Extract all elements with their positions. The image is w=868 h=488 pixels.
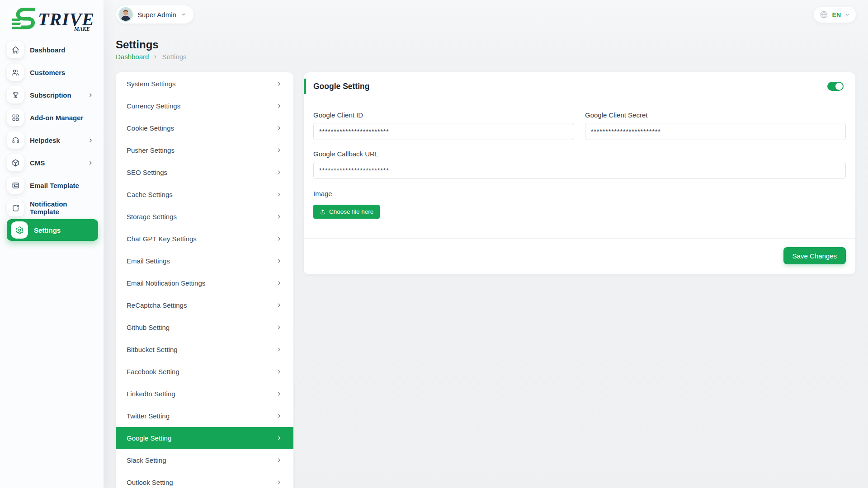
settings-nav-card: System Settings Currency Settings Cookie… [116, 72, 293, 488]
settings-nav-item-chat-gpt-key-settings[interactable]: Chat GPT Key Settings [116, 228, 293, 250]
breadcrumb-current: Settings [162, 53, 186, 61]
chevron-right-icon [88, 137, 94, 143]
google-callback-url-input[interactable] [313, 162, 846, 179]
sidebar-item-label: Customers [30, 69, 94, 76]
chevron-right-icon [276, 324, 282, 330]
chevron-right-icon [276, 258, 282, 264]
chevron-right-icon [276, 457, 282, 463]
settings-nav-item-linkedin-setting[interactable]: LinkedIn Setting [116, 383, 293, 405]
settings-nav-item-outlook-setting[interactable]: Outlook Setting [116, 471, 293, 488]
settings-nav-item-cache-settings[interactable]: Cache Settings [116, 183, 293, 206]
globe-icon [820, 10, 828, 19]
panel-body: Google Client ID Google Client Secret Go… [304, 100, 855, 219]
users-icon [7, 64, 24, 81]
sidebar-item-label: Add-on Manager [30, 114, 94, 122]
save-changes-button[interactable]: Save Changes [783, 247, 846, 264]
breadcrumb-dashboard-link[interactable]: Dashboard [116, 53, 149, 61]
panel-header: Google Setting [304, 72, 855, 100]
settings-nav-item-seo-settings[interactable]: SEO Settings [116, 161, 293, 183]
sidebar-item-label: Dashboard [30, 46, 94, 54]
settings-nav-item-facebook-setting[interactable]: Facebook Setting [116, 361, 293, 383]
chevron-right-icon [276, 302, 282, 308]
chevron-right-icon [276, 81, 282, 87]
settings-nav-item-google-setting[interactable]: Google Setting [116, 427, 293, 449]
chevron-right-icon [276, 214, 282, 220]
chevron-right-icon [276, 192, 282, 197]
chevron-right-icon [276, 479, 282, 485]
svg-text:MAKE: MAKE [74, 26, 90, 32]
google-client-secret-label: Google Client Secret [585, 111, 846, 119]
chevron-right-icon [276, 391, 282, 397]
sidebar-item-label: Helpdesk [30, 136, 82, 144]
chevron-down-icon [181, 12, 186, 17]
sidebar-item-subscription[interactable]: Subscription [0, 84, 104, 106]
settings-nav-item-email-settings[interactable]: Email Settings [116, 250, 293, 272]
chevron-right-icon [88, 160, 94, 166]
google-client-id-input[interactable] [313, 123, 574, 140]
sidebar-item-label: Settings [34, 226, 92, 234]
settings-nav-item-pusher-settings[interactable]: Pusher Settings [116, 139, 293, 161]
chevron-right-icon [276, 413, 282, 419]
image-label: Image [313, 190, 846, 197]
settings-nav-item-system-settings[interactable]: System Settings [116, 73, 293, 95]
upload-icon [320, 209, 326, 215]
sidebar-item-email-template[interactable]: Email Template [0, 174, 104, 197]
chevron-right-icon [276, 147, 282, 153]
notification-icon [7, 199, 24, 216]
brand-logo: TRIVE MAKE [12, 5, 95, 32]
chevron-right-icon [276, 103, 282, 109]
settings-nav-item-cookie-settings[interactable]: Cookie Settings [116, 117, 293, 139]
headset-icon [7, 131, 24, 149]
settings-nav-item-twitter-setting[interactable]: Twitter Setting [116, 405, 293, 427]
settings-nav-item-currency-settings[interactable]: Currency Settings [116, 95, 293, 117]
package-icon [7, 154, 24, 171]
chevron-right-icon [276, 125, 282, 131]
user-menu[interactable]: Super Admin [116, 5, 193, 23]
page-title: Settings [116, 38, 159, 51]
settings-nav-item-slack-setting[interactable]: Slack Setting [116, 449, 293, 471]
google-callback-url-label: Google Callback URL [313, 150, 846, 158]
avatar [118, 7, 133, 22]
settings-nav-item-bitbucket-setting[interactable]: Bitbucket Setting [116, 338, 293, 361]
panel-footer: Save Changes [304, 238, 855, 274]
settings-nav-item-email-notification-settings[interactable]: Email Notification Settings [116, 272, 293, 294]
language-selector[interactable]: EN [814, 7, 856, 23]
home-icon [7, 41, 24, 58]
template-list-icon [7, 177, 24, 194]
sidebar-item-notification-template[interactable]: Notification Template [0, 197, 104, 219]
screen: TRIVE MAKE Dashboard Customers [0, 0, 868, 488]
choose-file-button[interactable]: Choose file here [313, 205, 380, 219]
chevron-right-icon [276, 236, 282, 242]
toggle-knob [835, 83, 843, 90]
user-name: Super Admin [137, 11, 176, 19]
settings-nav-item-recaptcha-settings[interactable]: ReCaptcha Settings [116, 294, 293, 316]
sidebar-item-cms[interactable]: CMS [0, 151, 104, 174]
sidebar: TRIVE MAKE Dashboard Customers [0, 0, 104, 488]
sidebar-nav: Dashboard Customers Subscription [0, 38, 104, 241]
sidebar-item-dashboard[interactable]: Dashboard [0, 38, 104, 61]
sidebar-item-addon-manager[interactable]: Add-on Manager [0, 106, 104, 129]
choose-file-label: Choose file here [329, 208, 373, 215]
trophy-icon [7, 86, 24, 103]
sidebar-item-helpdesk[interactable]: Helpdesk [0, 129, 104, 151]
chevron-right-icon [276, 369, 282, 375]
grid-icon [7, 109, 24, 126]
google-client-secret-input[interactable] [585, 123, 846, 140]
settings-nav-item-github-setting[interactable]: Github Setting [116, 316, 293, 338]
strive-logo-graphic: TRIVE MAKE [12, 5, 95, 32]
panel-accent-bar [304, 79, 306, 94]
chevron-right-icon [276, 280, 282, 286]
chevron-right-icon [276, 169, 282, 175]
chevron-right-icon [88, 92, 94, 98]
google-client-id-label: Google Client ID [313, 111, 574, 119]
sidebar-item-customers[interactable]: Customers [0, 61, 104, 84]
chevron-right-icon [276, 347, 282, 352]
sidebar-item-label: CMS [30, 159, 82, 167]
settings-nav-item-storage-settings[interactable]: Storage Settings [116, 206, 293, 228]
sidebar-item-label: Notification Template [30, 200, 94, 216]
sidebar-item-settings[interactable]: Settings [7, 219, 98, 241]
chevron-down-icon [845, 12, 850, 17]
google-setting-toggle[interactable] [827, 82, 844, 91]
panel-title: Google Setting [313, 81, 369, 91]
sidebar-item-label: Email Template [30, 182, 94, 189]
